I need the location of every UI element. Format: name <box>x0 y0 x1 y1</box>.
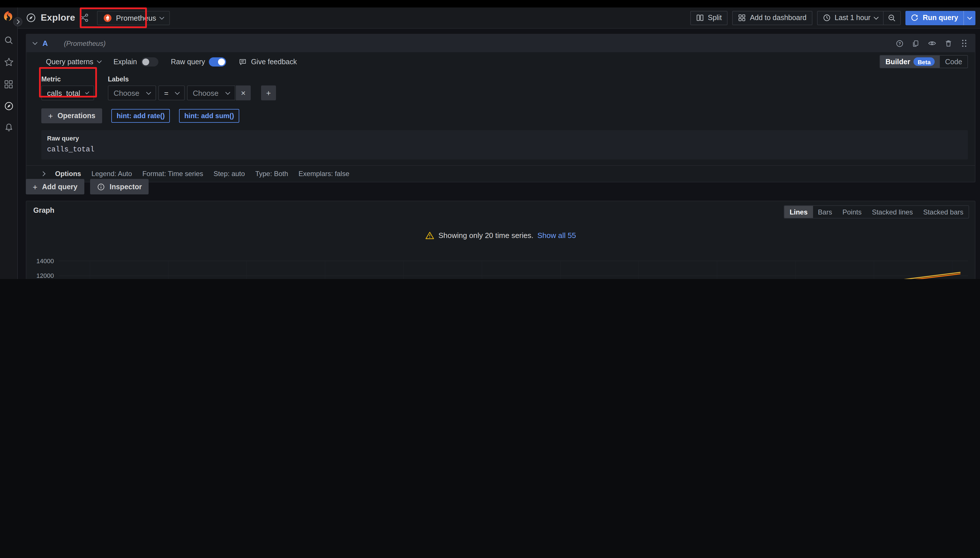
alerting-bell-icon[interactable] <box>4 123 13 133</box>
graph-mode-points[interactable]: Points <box>837 206 867 218</box>
page-header: Explore Prometheus Split Add to dashboar… <box>18 7 980 29</box>
label-value-select[interactable]: Choose <box>187 85 235 100</box>
query-toolbar: Query patterns Explain Raw query Give fe… <box>26 52 975 71</box>
option-step: Step: auto <box>214 170 245 178</box>
explore-title-compass-icon <box>26 13 36 23</box>
search-icon[interactable] <box>4 36 13 45</box>
code-label: Code <box>945 57 962 66</box>
query-footer-buttons: + Add query Inspector <box>26 179 149 194</box>
inspector-label: Inspector <box>110 183 142 191</box>
query-patterns-label: Query patterns <box>46 57 93 66</box>
metric-select[interactable]: calls_total <box>41 85 94 100</box>
comment-icon <box>239 57 247 66</box>
delete-query-trash-icon[interactable] <box>944 39 952 47</box>
warning-triangle-icon <box>425 231 434 240</box>
add-operation-button[interactable]: + Operations <box>41 108 102 123</box>
label-key-select[interactable]: Choose <box>108 85 156 100</box>
run-query-dropdown-button[interactable] <box>964 11 975 25</box>
builder-tab[interactable]: Builder Beta <box>880 56 940 68</box>
query-help-icon[interactable]: ? <box>896 39 904 47</box>
explore-compass-icon[interactable] <box>4 101 13 111</box>
graph-mode-lines[interactable]: Lines <box>784 206 813 218</box>
remove-label: × <box>241 88 245 97</box>
hint-add-rate-label: hint: add rate() <box>117 112 164 120</box>
plus-icon: + <box>48 111 53 120</box>
nav-sidebar: ? <box>0 7 18 279</box>
graph-mode-tabs: LinesBarsPointsStacked linesStacked bars <box>784 205 969 218</box>
svg-text:?: ? <box>898 41 901 46</box>
option-legend: Legend: Auto <box>92 170 132 178</box>
sidebar-expand-button[interactable] <box>13 17 22 26</box>
add-query-button[interactable]: + Add query <box>26 179 84 194</box>
query-ref-id: A <box>43 39 48 48</box>
magnifier-minus-icon <box>888 13 896 22</box>
builder-label: Builder <box>886 57 910 66</box>
drag-handle-icon[interactable] <box>960 39 968 48</box>
time-range-picker[interactable]: Last 1 hour <box>817 11 883 25</box>
add-query-label: Add query <box>42 183 77 191</box>
show-all-series-link[interactable]: Show all 55 <box>537 231 576 240</box>
give-feedback-link[interactable]: Give feedback <box>239 57 297 66</box>
split-button[interactable]: Split <box>690 11 728 25</box>
share-icon[interactable] <box>80 13 89 22</box>
operations-label: Operations <box>58 112 95 120</box>
operations-row: + Operations hint: add rate() hint: add … <box>26 106 975 130</box>
chevron-right-icon <box>41 171 46 176</box>
builder-fields: Metric calls_total Labels Choose = <box>26 71 975 106</box>
option-type: Type: Both <box>255 170 288 178</box>
time-series-chart[interactable]: 23:2523:3023:3523:4023:4523:5023:5500:00… <box>31 256 972 279</box>
page-title: Explore <box>26 13 89 23</box>
time-range-label: Last 1 hour <box>835 14 870 22</box>
graph-mode-stacked-bars[interactable]: Stacked bars <box>918 206 968 218</box>
starred-icon[interactable] <box>4 57 13 67</box>
graph-mode-stacked-lines[interactable]: Stacked lines <box>867 206 918 218</box>
raw-query-label: Raw query <box>47 135 962 142</box>
label-operator-select[interactable]: = <box>158 85 185 100</box>
run-query-label: Run query <box>922 14 958 22</box>
code-tab[interactable]: Code <box>940 56 967 68</box>
prometheus-icon <box>103 13 112 22</box>
inspector-button[interactable]: Inspector <box>90 179 149 194</box>
query-options-row[interactable]: Options Legend: Auto Format: Time series… <box>26 165 975 182</box>
hide-query-eye-icon[interactable] <box>928 39 936 48</box>
chevron-down-icon <box>85 90 89 94</box>
builder-code-switch: Builder Beta Code <box>880 55 968 68</box>
query-row-header[interactable]: A (Prometheus) ? <box>26 34 975 52</box>
graph-mode-bars[interactable]: Bars <box>813 206 837 218</box>
split-label: Split <box>708 14 722 22</box>
sync-icon <box>911 14 919 22</box>
option-format: Format: Time series <box>142 170 203 178</box>
hint-add-sum-button[interactable]: hint: add sum() <box>179 109 239 123</box>
label-operator-value: = <box>164 89 168 97</box>
dashboards-icon[interactable] <box>4 79 13 89</box>
collapse-chevron-icon[interactable] <box>33 40 38 45</box>
query-patterns-dropdown[interactable]: Query patterns <box>46 57 101 66</box>
metric-field: Metric calls_total <box>41 76 94 100</box>
plus-icon: + <box>33 182 37 191</box>
run-query-button[interactable]: Run query <box>905 11 964 25</box>
query-datasource-label: (Prometheus) <box>64 39 105 47</box>
clock-icon <box>822 14 830 22</box>
chevron-down-icon <box>874 15 879 20</box>
graph-panel: Graph LinesBarsPointsStacked linesStacke… <box>26 201 975 279</box>
info-circle-icon <box>97 183 105 191</box>
copy-query-icon[interactable] <box>912 39 920 47</box>
hint-add-rate-button[interactable]: hint: add rate() <box>111 109 170 123</box>
remove-label-filter-button[interactable]: × <box>236 85 251 100</box>
svg-text:12000: 12000 <box>36 272 54 279</box>
chevron-down-icon <box>967 15 972 20</box>
svg-text:14000: 14000 <box>36 258 54 265</box>
dashboard-grid-icon <box>738 14 746 22</box>
add-to-dashboard-button[interactable]: Add to dashboard <box>732 11 812 25</box>
give-feedback-label: Give feedback <box>251 57 297 66</box>
explain-label: Explain <box>113 57 137 66</box>
grafana-explore-page: ? Explore Prometheus Split Add to dashbo… <box>0 0 980 279</box>
explain-toggle[interactable] <box>141 57 158 66</box>
chevron-down-icon <box>97 59 102 63</box>
label-key-placeholder: Choose <box>113 89 140 97</box>
zoom-out-time-button[interactable] <box>883 11 901 25</box>
datasource-name: Prometheus <box>116 13 156 22</box>
datasource-picker[interactable]: Prometheus <box>97 11 170 25</box>
add-label-filter-button[interactable]: + <box>261 85 276 100</box>
raw-query-toggle[interactable] <box>209 57 226 66</box>
